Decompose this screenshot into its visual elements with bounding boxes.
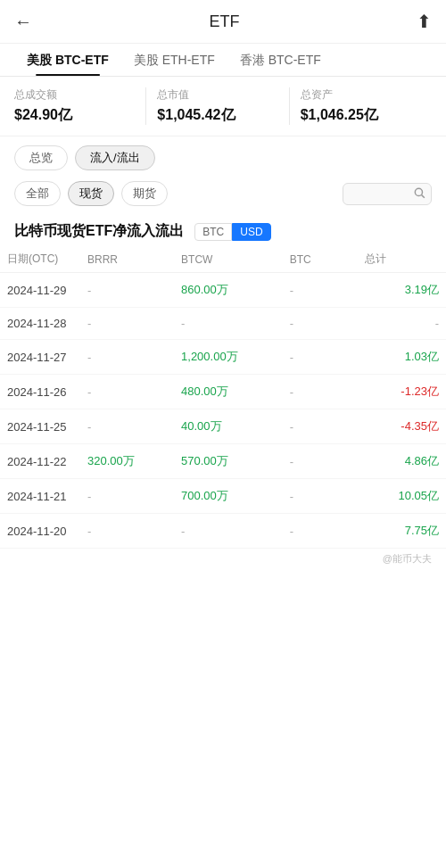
cell-btc: -	[283, 409, 358, 444]
stat-label: 总市值	[157, 87, 281, 103]
filter-row-1: 总览流入/流出	[0, 136, 446, 176]
cell-btcw: 860.00万	[174, 273, 283, 308]
cell-total: 10.05亿	[358, 479, 446, 514]
cell-date: 2024-11-29	[0, 273, 80, 308]
cell-btc: -	[283, 444, 358, 479]
th-brrr: BRRR	[80, 246, 174, 273]
stat-label: 总成交额	[14, 87, 138, 103]
share-icon[interactable]: ⬆	[417, 11, 432, 32]
cell-total: 4.86亿	[358, 444, 446, 479]
cell-btcw: 480.00万	[174, 375, 283, 409]
cell-date: 2024-11-26	[0, 375, 80, 409]
cell-total: -4.35亿	[358, 409, 446, 444]
cell-total: 1.03亿	[358, 340, 446, 375]
stat-item-0: 总成交额 $24.90亿	[14, 87, 145, 125]
filter2-btn-期货[interactable]: 期货	[121, 181, 168, 206]
cell-date: 2024-11-20	[0, 514, 80, 549]
filter-row-2: 全部现货期货	[0, 176, 446, 213]
cell-btcw: -	[174, 514, 283, 549]
cell-btc: -	[283, 273, 358, 308]
cell-ibit: 320.00万	[80, 444, 174, 479]
cell-date: 2024-11-21	[0, 479, 80, 514]
filter-btn-流入/流出[interactable]: 流入/流出	[75, 145, 155, 170]
stat-value: $1,045.42亿	[157, 106, 281, 125]
table-row: 2024-11-25-40.00万--4.35亿	[0, 409, 446, 444]
svg-line-1	[422, 194, 425, 197]
tab-eth-etf[interactable]: 美股 ETH-ETF	[121, 44, 227, 76]
cell-btc: -	[283, 514, 358, 549]
table-row: 2024-11-22320.00万570.00万-4.86亿	[0, 444, 446, 479]
table-row: 2024-11-28----	[0, 308, 446, 340]
cell-ibit: -	[80, 479, 174, 514]
stat-item-2: 总资产 $1,046.25亿	[289, 87, 432, 125]
cell-ibit: -	[80, 273, 174, 308]
cell-date: 2024-11-28	[0, 308, 80, 340]
filter2-btn-现货[interactable]: 现货	[68, 181, 114, 206]
filter-btn-总览[interactable]: 总览	[14, 145, 68, 170]
svg-point-0	[415, 188, 422, 195]
search-icon	[413, 186, 425, 202]
cell-ibit: -	[80, 308, 174, 340]
search-box[interactable]	[343, 183, 432, 205]
cell-btcw: 570.00万	[174, 444, 283, 479]
th-total: 总计	[358, 246, 446, 273]
currency-toggle: BTCUSD	[194, 223, 270, 241]
stat-label: 总资产	[301, 87, 425, 103]
th-btcw: BTCW	[174, 246, 283, 273]
cell-btc: -	[283, 340, 358, 375]
th-btc: BTC	[283, 246, 358, 273]
cell-ibit: -	[80, 375, 174, 409]
table-row: 2024-11-27-1,200.00万-1.03亿	[0, 340, 446, 375]
cell-btcw: 40.00万	[174, 409, 283, 444]
search-input[interactable]	[351, 187, 413, 201]
table-row: 2024-11-20---7.75亿	[0, 514, 446, 549]
cell-total: 7.75亿	[358, 514, 446, 549]
data-table: 日期(OTC)BRRRBTCWBTC总计 2024-11-29-860.00万-…	[0, 246, 446, 549]
watermark: @能币大夫	[0, 549, 446, 573]
cell-btcw: 700.00万	[174, 479, 283, 514]
stats-row: 总成交额 $24.90亿总市值 $1,045.42亿总资产 $1,046.25亿	[0, 77, 446, 136]
cell-ibit: -	[80, 409, 174, 444]
cell-ibit: -	[80, 514, 174, 549]
cell-btcw: 1,200.00万	[174, 340, 283, 375]
cell-btc: -	[283, 375, 358, 409]
table-body: 2024-11-29-860.00万-3.19亿2024-11-28----20…	[0, 273, 446, 549]
cell-btc: -	[283, 479, 358, 514]
cell-ibit: -	[80, 340, 174, 375]
th-date: 日期(OTC)	[0, 246, 80, 273]
section-title: 比特币现货ETF净流入流出 BTCUSD	[0, 213, 446, 246]
table-header: 日期(OTC)BRRRBTCWBTC总计	[0, 246, 446, 273]
table-row: 2024-11-21-700.00万-10.05亿	[0, 479, 446, 514]
cell-date: 2024-11-22	[0, 444, 80, 479]
tab-btc-etf[interactable]: 美股 BTC-ETF	[14, 44, 121, 76]
cell-total: 3.19亿	[358, 273, 446, 308]
cell-total: -	[358, 308, 446, 340]
cell-date: 2024-11-27	[0, 340, 80, 375]
page-title: ETF	[210, 12, 240, 31]
cell-date: 2024-11-25	[0, 409, 80, 444]
filter2-btn-全部[interactable]: 全部	[14, 181, 61, 206]
currency-btn-USD[interactable]: USD	[232, 223, 270, 241]
stat-item-1: 总市值 $1,045.42亿	[145, 87, 288, 125]
stat-value: $24.90亿	[14, 106, 138, 125]
stat-value: $1,046.25亿	[301, 106, 425, 125]
tab-hk-btc-etf[interactable]: 香港 BTC-ETF	[227, 44, 334, 76]
back-icon[interactable]: ←	[14, 12, 32, 32]
table-row: 2024-11-26-480.00万--1.23亿	[0, 375, 446, 409]
top-nav: ← ETF ⬆	[0, 0, 446, 44]
section-title-text: 比特币现货ETF净流入流出	[14, 222, 184, 241]
cell-btcw: -	[174, 308, 283, 340]
cell-total: -1.23亿	[358, 375, 446, 409]
currency-btn-BTC[interactable]: BTC	[194, 223, 232, 241]
tab-bar: 美股 BTC-ETF美股 ETH-ETF香港 BTC-ETF	[0, 44, 446, 77]
cell-btc: -	[283, 308, 358, 340]
table-row: 2024-11-29-860.00万-3.19亿	[0, 273, 446, 308]
